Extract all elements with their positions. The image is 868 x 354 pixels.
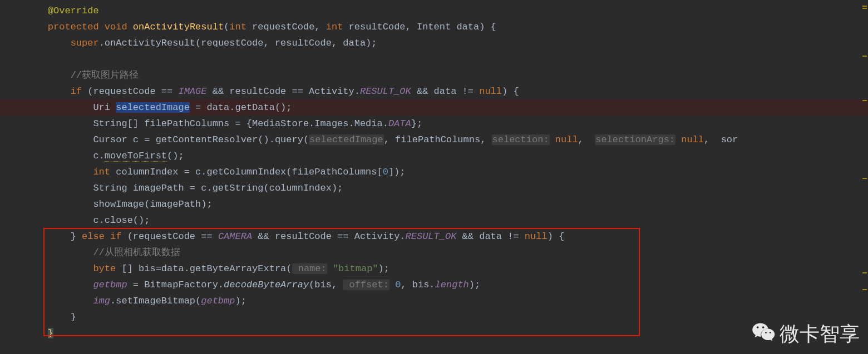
code-line: Cursor c = getContentResolver().query(se… <box>0 132 868 148</box>
code-line: } <box>0 325 868 341</box>
gutter-mark[interactable] <box>862 8 867 9</box>
gutter-mark[interactable] <box>862 100 867 101</box>
code-line: } else if (requestCode == CAMERA && resu… <box>0 228 868 245</box>
gutter-mark[interactable] <box>862 6 867 7</box>
watermark: 微卡智享 <box>749 320 860 347</box>
code-line: } <box>0 309 868 325</box>
gutter-mark[interactable] <box>862 289 867 290</box>
editor-gutter[interactable] <box>860 0 868 354</box>
code-line: if (requestCode == IMAGE && resultCode =… <box>0 83 868 99</box>
code-line: c.close(); <box>0 212 868 228</box>
code-line: int columnIndex = c.getColumnIndex(fileP… <box>0 164 868 180</box>
annotation: @Override <box>48 6 99 16</box>
code-editor[interactable]: @Override protected void onActivityResul… <box>0 0 868 341</box>
code-line: getbmp = BitmapFactory.decodeByteArray(b… <box>0 277 868 293</box>
gutter-mark[interactable] <box>862 272 867 273</box>
wechat-icon <box>749 320 776 347</box>
code-line: byte [] bis=data.getByteArrayExtra( name… <box>0 261 868 277</box>
code-line: protected void onActivityResult(int requ… <box>0 19 868 35</box>
code-line: String[] filePathColumns = {MediaStore.I… <box>0 116 868 132</box>
gutter-mark[interactable] <box>862 56 867 57</box>
code-line: //从照相机获取数据 <box>0 245 868 261</box>
code-line: @Override <box>0 3 868 19</box>
gutter-mark[interactable] <box>862 178 867 179</box>
code-line <box>0 51 868 67</box>
code-line: super.onActivityResult(requestCode, resu… <box>0 35 868 51</box>
code-line: img.setImageBitmap(getbmp); <box>0 293 868 309</box>
code-line: String imagePath = c.getString(columnInd… <box>0 180 868 196</box>
code-line: showImage(imagePath); <box>0 196 868 212</box>
watermark-text: 微卡智享 <box>780 326 860 342</box>
code-line: c.moveToFirst(); <box>0 148 868 164</box>
code-line: //获取图片路径 <box>0 67 868 83</box>
code-line-highlighted: Uri selectedImage = data.getData(); <box>0 99 868 116</box>
